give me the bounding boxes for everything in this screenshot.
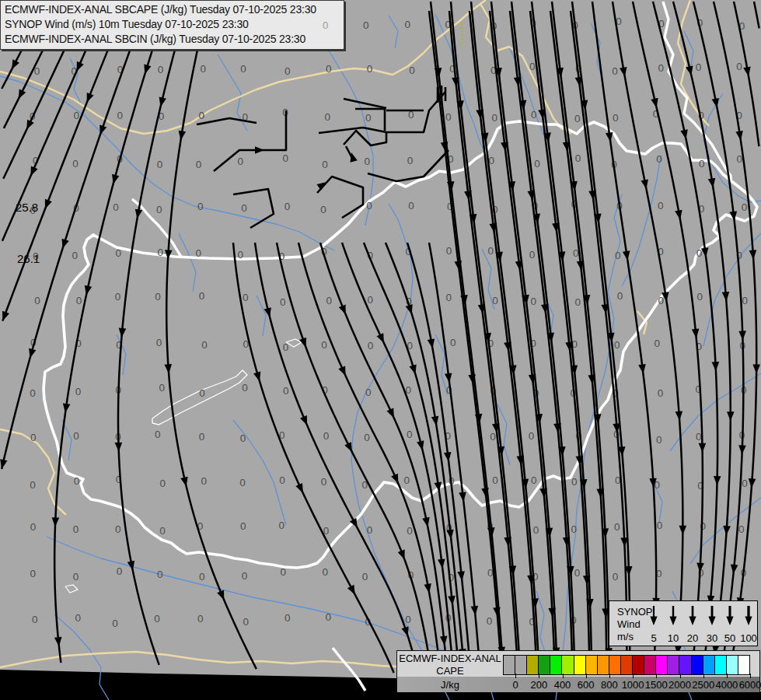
station-value-label: 0 [283,385,289,397]
station-value-label: 0 [326,63,332,75]
cape-color-swatch [527,656,539,674]
station-value-label: 0 [738,523,745,535]
title-line-wind: SYNOP Wind (m/s) 10m Tuesday 07-10-2025 … [5,17,340,32]
station-value-label: 0 [574,113,581,124]
station-value-label: 0 [285,612,291,624]
station-value-label: 0 [658,295,665,306]
cape-color-swatch [727,656,738,674]
station-value-label: 0 [155,429,161,440]
station-value-label: 0 [283,152,289,164]
cape-tick-mark [515,674,516,678]
station-value-label: 0 [199,110,205,121]
cape-color-swatch [562,656,574,674]
cape-color-swatch [644,656,656,674]
station-value-label: 0 [242,570,248,582]
station-value-label: 0 [325,611,331,623]
station-value-label: 0 [492,474,498,486]
station-value-label: 0 [490,431,496,443]
cape-color-swatch [539,656,550,674]
station-value-label: 0 [697,291,703,303]
station-value-label: 0 [529,430,535,442]
cape-tick-label: 2500 [692,679,714,691]
map-background [0,0,761,700]
cape-legend-title: ECMWF-INDEX-ANAL [399,653,501,664]
station-value-label: 0 [617,290,623,302]
station-value-label: 0 [403,474,410,486]
station-value-label: 0 [658,387,664,399]
station-value-label: 0 [368,340,374,352]
cape-tick-mark [750,674,751,678]
station-value-label: 0 [368,294,374,306]
wind-speed-value: 5 [651,632,656,644]
station-value-label: 0 [365,387,372,398]
cape-tick-mark [586,674,587,678]
title-line-sbcape: ECMWF-INDEX-ANAL SBCAPE (J/kg) Tuesday 0… [5,2,340,17]
station-value-label: 0 [488,245,494,257]
station-value-label: 0 [571,476,578,488]
station-value-label: 0 [571,523,577,535]
station-value-label: 0 [736,153,742,165]
station-value-label: 0 [199,431,205,443]
cape-tick-label: 400 [554,679,571,691]
station-value-label: 0 [529,249,536,261]
cape-tick-mark [539,674,539,678]
station-value-label: 0 [113,201,119,213]
station-value-label: 0 [238,156,244,167]
station-value-label: 0 [72,250,78,261]
station-value-label: 0 [159,382,166,394]
station-value-label: 0 [326,295,332,306]
station-value-label: 0 [405,19,411,30]
station-value-label: 0 [612,65,618,77]
station-value-label: 0 [613,571,619,583]
station-value-label: 0 [280,296,286,308]
station-value-label: 0 [30,387,36,399]
station-value-label: 0 [197,201,204,212]
cape-tick-mark [609,674,610,678]
station-value-label: 0 [409,65,415,76]
station-value-label: 0 [405,614,411,625]
station-value-label: 0 [241,202,247,214]
station-value-label: 0 [446,292,452,303]
station-value-label: 0 [615,250,621,261]
station-value-label: 0 [614,521,620,533]
station-value-label: 0 [159,478,166,489]
station-value-label: 0 [492,295,498,306]
station-value-label: 0 [487,615,493,627]
station-value-label: 0 [154,613,160,625]
station-value-label: 0 [75,612,82,624]
station-value-label: 0 [656,434,662,446]
station-value-label: 0 [322,159,328,170]
station-value-label: 0 [530,296,536,307]
station-value-label: 0 [238,249,244,261]
station-value-label: 0 [323,430,330,442]
station-value-label: 0 [573,247,579,259]
station-value-label: 0 [533,524,539,536]
cape-tick-label: 600 [578,679,595,691]
station-value-label: 0 [74,110,80,121]
cape-color-swatch [715,656,727,674]
station-value-label: 0 [407,155,414,166]
station-value-label: 0 [158,64,164,75]
map-title-box: ECMWF-INDEX-ANAL SBCAPE (J/kg) Tuesday 0… [0,0,344,50]
cape-color-swatch [515,656,527,674]
wind-arrow-icon [745,606,752,625]
station-value-label: 0 [445,111,452,123]
station-value-label: 0 [73,523,79,535]
station-value-label: 0 [321,476,327,488]
station-value-label: 0 [658,62,664,74]
station-value-label: 0 [492,112,498,124]
station-value-label: 0 [366,200,372,212]
station-value-label: 0 [736,61,742,72]
station-value-label: 0 [367,63,373,75]
station-value-label: 0 [407,525,413,537]
cape-color-swatch [586,656,598,674]
cape-color-swatch [633,656,644,674]
wind-speed-value: 50 [724,632,735,644]
cape-color-swatch [550,656,562,674]
station-value-label: 0 [531,474,537,486]
station-value-label: 0 [196,159,202,170]
cape-legend-subtitle: CAPE [399,665,501,677]
station-value-label: 0 [195,247,201,259]
station-value-label: 0 [529,61,536,72]
station-value-label: 0 [200,63,206,75]
